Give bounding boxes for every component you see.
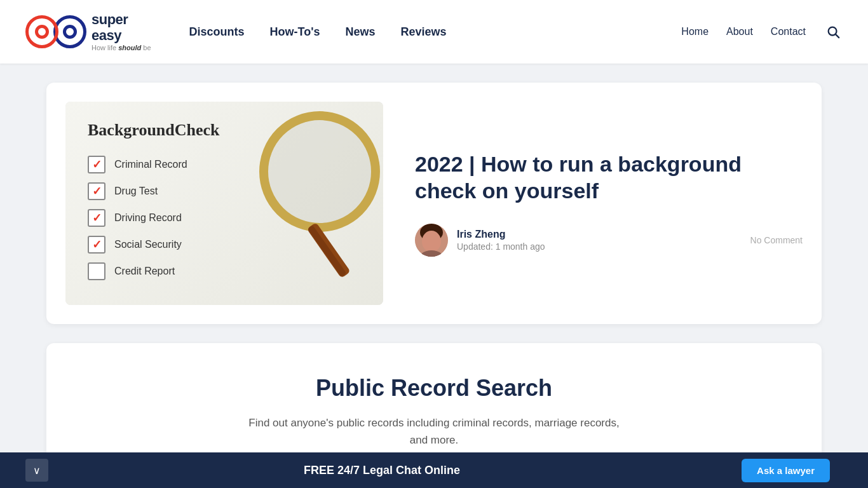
site-header: super easy How life should be Discounts … <box>0 0 868 64</box>
author-row: Iris Zheng Updated: 1 month ago No Comme… <box>415 224 803 257</box>
checkbox-criminal <box>88 156 105 173</box>
no-comment-label: No Comment <box>750 235 803 245</box>
svg-rect-9 <box>420 254 443 257</box>
svg-point-2 <box>264 116 376 227</box>
banner-toggle-button[interactable]: ∨ <box>25 459 48 482</box>
logo-brand-text: super easy How life should be <box>92 12 151 51</box>
chevron-down-icon: ∨ <box>33 464 41 477</box>
search-button[interactable] <box>824 22 843 41</box>
article-title: 2022 | How to run a background check on … <box>415 151 803 205</box>
nav-contact[interactable]: Contact <box>771 26 806 37</box>
primary-nav: Discounts How-To's News Reviews <box>189 25 682 39</box>
svg-point-7 <box>422 231 441 252</box>
checkbox-credit <box>88 262 105 280</box>
page-wrapper: BackgroundCheck Criminal Record Drug Tes… <box>21 64 847 474</box>
checkbox-drug <box>88 182 105 200</box>
featured-image: BackgroundCheck Criminal Record Drug Tes… <box>65 102 383 305</box>
author-name: Iris Zheng <box>457 229 545 240</box>
nav-home[interactable]: Home <box>681 26 709 37</box>
banner-cta-button[interactable]: Ask a lawyer <box>742 459 830 482</box>
nav-discounts[interactable]: Discounts <box>189 25 245 39</box>
avatar <box>415 224 448 257</box>
author-info: Iris Zheng Updated: 1 month ago <box>415 224 545 257</box>
nav-reviews[interactable]: Reviews <box>401 25 447 39</box>
banner-text: FREE 24/7 Legal Chat Online <box>48 464 715 477</box>
magnify-glass-icon <box>237 102 383 286</box>
logo-tagline: How life should be <box>92 44 151 51</box>
logo-super: super <box>92 12 151 27</box>
author-date: Updated: 1 month ago <box>457 241 545 252</box>
site-logo[interactable]: super easy How life should be <box>25 12 151 51</box>
search-icon <box>826 25 840 39</box>
search-card-title: Public Record Search <box>72 375 796 402</box>
nav-howtos[interactable]: How-To's <box>270 25 320 39</box>
bottom-banner: ∨ FREE 24/7 Legal Chat Online Ask a lawy… <box>0 452 868 488</box>
logo-easy: easy <box>92 28 151 43</box>
author-details: Iris Zheng Updated: 1 month ago <box>457 229 545 252</box>
svg-line-1 <box>836 34 839 37</box>
avatar-image <box>415 224 448 257</box>
search-card-description: Find out anyone's public records includi… <box>243 414 625 449</box>
article-card: BackgroundCheck Criminal Record Drug Tes… <box>46 83 822 324</box>
logo-icon <box>25 15 86 48</box>
article-meta: 2022 | How to run a background check on … <box>415 151 803 257</box>
nav-about[interactable]: About <box>726 26 753 37</box>
checkbox-driving <box>88 209 105 227</box>
svg-rect-4 <box>308 225 347 277</box>
secondary-nav: Home About Contact <box>681 22 843 41</box>
nav-news[interactable]: News <box>346 25 376 39</box>
checkbox-social <box>88 236 105 254</box>
